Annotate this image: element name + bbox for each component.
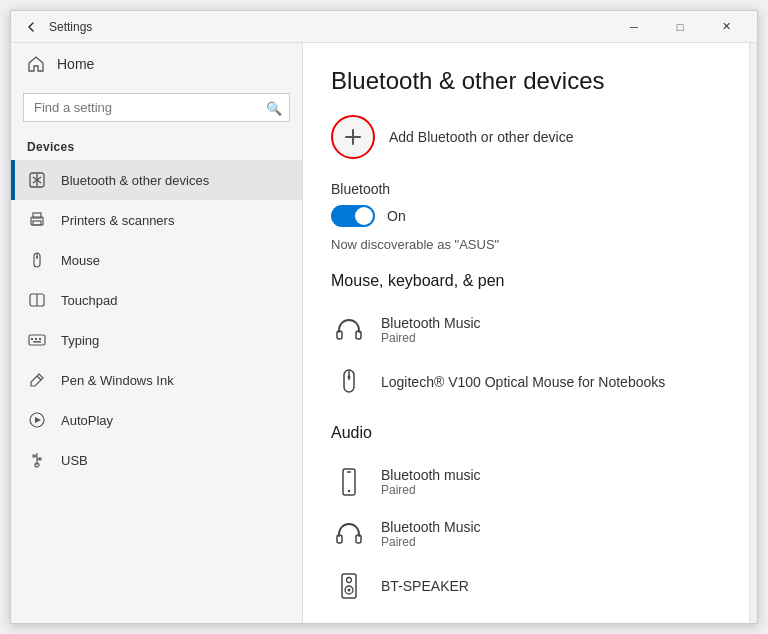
device-item-bluetooth-music-kb[interactable]: Bluetooth Music Paired (331, 304, 721, 356)
svg-line-15 (37, 376, 41, 380)
device-item-bt-speaker[interactable]: BT-SPEAKER (331, 560, 721, 612)
device-name-bt-speaker: BT-SPEAKER (381, 578, 469, 594)
search-input[interactable] (23, 93, 290, 122)
autoplay-icon (27, 410, 47, 430)
sidebar-home-label: Home (57, 56, 94, 72)
svg-point-31 (348, 490, 350, 492)
device-item-logitech-mouse[interactable]: Logitech® V100 Optical Mouse for Noteboo… (331, 356, 721, 408)
main-content: Bluetooth & other devices Add Bluetooth … (303, 43, 749, 623)
minimize-button[interactable]: ─ (611, 11, 657, 43)
svg-point-7 (36, 256, 38, 258)
device-status-bt-music-2: Paired (381, 535, 481, 549)
svg-rect-12 (35, 338, 37, 340)
speaker-icon (331, 568, 367, 604)
device-item-bt-music-phone[interactable]: Bluetooth music Paired (331, 456, 721, 508)
typing-icon (27, 330, 47, 350)
device-item-bt-music-headphones[interactable]: Bluetooth Music Paired (331, 508, 721, 560)
device-info-logitech: Logitech® V100 Optical Mouse for Noteboo… (381, 374, 665, 390)
bluetooth-toggle-state: On (387, 208, 406, 224)
svg-point-28 (348, 376, 351, 379)
audio-section-title: Audio (331, 424, 721, 442)
mouse-keyboard-section-title: Mouse, keyboard, & pen (331, 272, 721, 290)
svg-rect-14 (33, 341, 41, 343)
window-controls: ─ □ ✕ (611, 11, 749, 43)
sidebar-item-usb[interactable]: USB (11, 440, 302, 480)
home-icon (27, 55, 45, 73)
touchpad-icon (27, 290, 47, 310)
device-name-bt-music: Bluetooth music (381, 467, 481, 483)
device-status: Paired (381, 331, 481, 345)
pen-icon (27, 370, 47, 390)
sidebar-label-autoplay: AutoPlay (61, 413, 113, 428)
bluetooth-icon (27, 170, 47, 190)
sidebar-label-mouse: Mouse (61, 253, 100, 268)
svg-point-37 (348, 589, 351, 592)
sidebar-item-autoplay[interactable]: AutoPlay (11, 400, 302, 440)
device-info-bt-music-headphones: Bluetooth Music Paired (381, 519, 481, 549)
sidebar-section-title: Devices (11, 130, 302, 160)
sidebar-label-usb: USB (61, 453, 88, 468)
window-content: Home 🔍 Devices Bluetooth & other d (11, 43, 757, 623)
search-icon: 🔍 (266, 100, 282, 115)
device-name-bt-music-2: Bluetooth Music (381, 519, 481, 535)
back-button[interactable] (19, 15, 43, 39)
headphones-audio-icon (331, 516, 367, 552)
sidebar-label-typing: Typing (61, 333, 99, 348)
device-info-bt-music-phone: Bluetooth music Paired (381, 467, 481, 497)
device-name: Bluetooth Music (381, 315, 481, 331)
bluetooth-section-label: Bluetooth (331, 181, 721, 197)
sidebar-item-touchpad[interactable]: Touchpad (11, 280, 302, 320)
mouse-device-icon (331, 364, 367, 400)
bluetooth-toggle[interactable] (331, 205, 375, 227)
sidebar-label-touchpad: Touchpad (61, 293, 117, 308)
device-info-bluetooth-music-kb: Bluetooth Music Paired (381, 315, 481, 345)
sidebar-label-pen: Pen & Windows Ink (61, 373, 174, 388)
svg-point-35 (347, 578, 352, 583)
bluetooth-toggle-row: On (331, 205, 721, 227)
headphones-icon (331, 312, 367, 348)
sidebar-search[interactable]: 🔍 (23, 93, 290, 122)
sidebar-label-printers: Printers & scanners (61, 213, 174, 228)
sidebar-item-typing[interactable]: Typing (11, 320, 302, 360)
sidebar-item-mouse[interactable]: Mouse (11, 240, 302, 280)
settings-window: Settings ─ □ ✕ Home 🔍 Devices (10, 10, 758, 624)
page-title: Bluetooth & other devices (331, 67, 721, 95)
svg-rect-13 (39, 338, 41, 340)
sidebar-item-pen[interactable]: Pen & Windows Ink (11, 360, 302, 400)
device-name-logitech: Logitech® V100 Optical Mouse for Noteboo… (381, 374, 665, 390)
add-device-circle-icon (331, 115, 375, 159)
printers-icon (27, 210, 47, 230)
maximize-button[interactable]: □ (657, 11, 703, 43)
sidebar: Home 🔍 Devices Bluetooth & other d (11, 43, 303, 623)
sidebar-item-printers[interactable]: Printers & scanners (11, 200, 302, 240)
titlebar-title: Settings (49, 20, 92, 34)
add-device-label: Add Bluetooth or other device (389, 129, 573, 145)
add-device-button[interactable]: Add Bluetooth or other device (331, 115, 721, 159)
close-button[interactable]: ✕ (703, 11, 749, 43)
mouse-icon (27, 250, 47, 270)
scrollbar[interactable] (749, 43, 757, 623)
sidebar-item-home[interactable]: Home (11, 43, 302, 85)
phone-icon (331, 464, 367, 500)
sidebar-item-bluetooth[interactable]: Bluetooth & other devices (11, 160, 302, 200)
titlebar: Settings ─ □ ✕ (11, 11, 757, 43)
svg-rect-11 (31, 338, 33, 340)
sidebar-label-bluetooth: Bluetooth & other devices (61, 173, 209, 188)
device-info-bt-speaker: BT-SPEAKER (381, 578, 469, 594)
svg-marker-17 (35, 417, 41, 423)
discoverable-text: Now discoverable as "ASUS" (331, 237, 721, 252)
toggle-knob (355, 207, 373, 225)
device-status-bt-music: Paired (381, 483, 481, 497)
svg-rect-4 (33, 221, 41, 225)
usb-icon (27, 450, 47, 470)
